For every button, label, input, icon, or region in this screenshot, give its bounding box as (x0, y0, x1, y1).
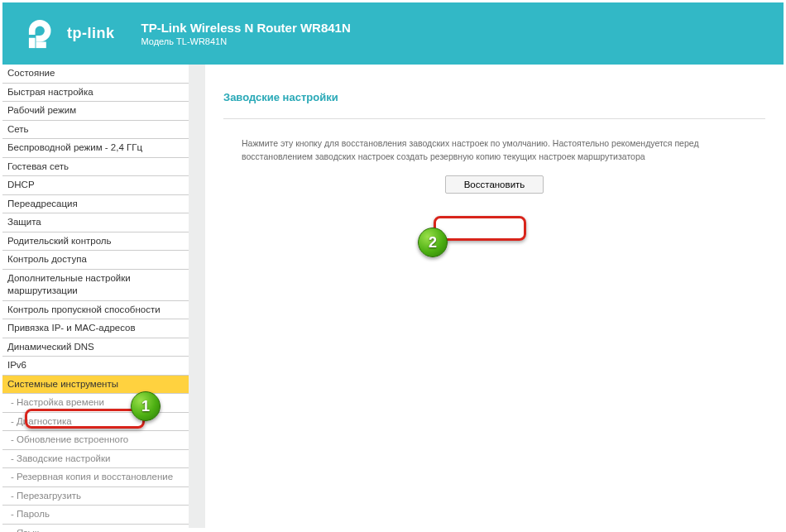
button-row: Восстановить (223, 175, 765, 194)
sidebar-item-9[interactable]: Родительский контроль (2, 232, 189, 252)
sidebar-item-21[interactable]: - Резервная копия и восстановление (2, 468, 189, 487)
sidebar-item-5[interactable]: Гостевая сеть (2, 158, 189, 177)
sidebar-item-24[interactable]: - Язык (2, 525, 189, 532)
brand-text: tp-link (67, 25, 115, 42)
divider (223, 118, 765, 119)
sidebar-nav: СостояниеБыстрая настройкаРабочий режимС… (2, 65, 189, 528)
product-title: TP-Link Wireless N Router WR841N (141, 21, 351, 35)
sidebar-item-13[interactable]: Привязка IP- и MAC-адресов (2, 319, 189, 338)
sidebar-item-2[interactable]: Рабочий режим (2, 102, 189, 121)
header-title-block: TP-Link Wireless N Router WR841N Модель … (141, 21, 351, 46)
sidebar-item-20[interactable]: - Заводские настройки (2, 450, 189, 469)
sidebar-item-6[interactable]: DHCP (2, 176, 189, 195)
content-panel: Заводские настройки Нажмите эту кнопку д… (205, 65, 784, 528)
restore-button[interactable]: Восстановить (445, 175, 544, 194)
sidebar-item-7[interactable]: Переадресация (2, 195, 189, 214)
tplink-logo-icon (27, 18, 59, 50)
column-spacer (189, 65, 205, 528)
panel-title: Заводские настройки (223, 91, 765, 103)
product-model: Модель TL-WR841N (141, 36, 351, 46)
sidebar-item-18[interactable]: - Диагностика (2, 413, 189, 432)
sidebar-item-3[interactable]: Сеть (2, 121, 189, 140)
sidebar-item-11[interactable]: Дополнительные настройки маршрутизации (2, 270, 189, 301)
sidebar-item-19[interactable]: - Обновление встроенного (2, 431, 189, 450)
app-header: tp-link TP-Link Wireless N Router WR841N… (2, 2, 784, 65)
sidebar-item-4[interactable]: Беспроводной режим - 2,4 ГГц (2, 139, 189, 158)
panel-description: Нажмите эту кнопку для восстановления за… (242, 137, 759, 164)
sidebar-item-17[interactable]: - Настройка времени (2, 394, 189, 413)
svg-rect-0 (29, 37, 36, 47)
sidebar-item-14[interactable]: Динамический DNS (2, 338, 189, 357)
sidebar-item-22[interactable]: - Перезагрузить (2, 487, 189, 506)
sidebar-item-0[interactable]: Состояние (2, 65, 189, 84)
svg-rect-1 (36, 41, 46, 48)
sidebar-item-10[interactable]: Контроль доступа (2, 251, 189, 270)
sidebar-item-16[interactable]: Системные инструменты (2, 376, 189, 395)
sidebar-item-8[interactable]: Защита (2, 213, 189, 232)
sidebar-item-1[interactable]: Быстрая настройка (2, 84, 189, 103)
sidebar-item-23[interactable]: - Пароль (2, 506, 189, 525)
sidebar-item-12[interactable]: Контроль пропускной способности (2, 301, 189, 320)
sidebar-item-15[interactable]: IPv6 (2, 357, 189, 376)
brand-block: tp-link (27, 18, 115, 50)
